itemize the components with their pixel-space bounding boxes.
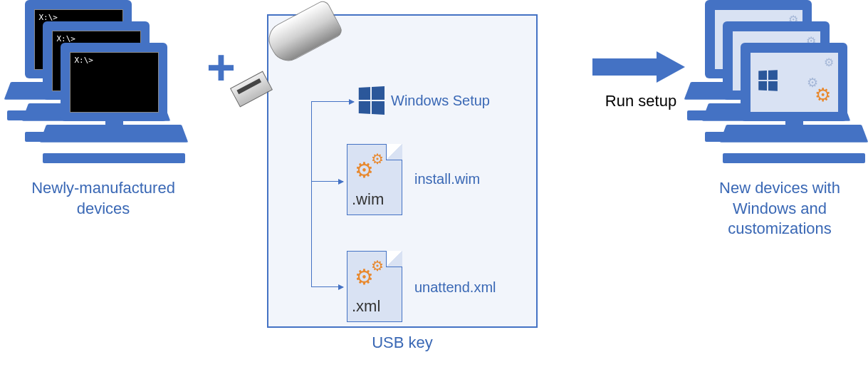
gear-icon: ⚙ [824, 56, 834, 69]
left-caption: Newly-manufactured devices [14, 178, 192, 219]
laptop-configured: ⚙ ⚙ ⚙ [723, 43, 865, 167]
arrow-icon [592, 51, 685, 83]
gear-icon: ⚙ [815, 84, 831, 106]
tree-arrow-icon [311, 286, 343, 287]
windows-setup-label: Windows Setup [391, 93, 490, 109]
windows-logo-icon [758, 70, 778, 91]
tree-arrow-icon [311, 181, 343, 182]
configured-screen: ⚙ ⚙ ⚙ [750, 52, 839, 113]
usb-caption: USB key [267, 334, 538, 352]
gear-icon: ⚙ [355, 264, 374, 289]
tree-arrow-icon [311, 101, 354, 102]
result-laptops: ⚙ ⚙ ⚙ ⚙ ⚙ ⚙ ⚙ ⚙ ⚙ [687, 0, 865, 178]
usb-drive-icon [240, 30, 361, 115]
unattend-xml-label: unattend.xml [414, 279, 496, 296]
xml-file-icon: ⚙ ⚙ .xml [347, 251, 402, 322]
run-setup-label: Run setup [598, 91, 684, 111]
gear-icon: ⚙ [355, 157, 374, 182]
windows-logo-icon [359, 86, 385, 115]
usb-container: Windows Setup ⚙ ⚙ .wim install.wim ⚙ ⚙ .… [267, 14, 538, 328]
install-wim-label: install.wim [414, 171, 480, 187]
source-laptops: X:\> X:\> X:\> [7, 0, 192, 178]
file-extension: .xml [352, 297, 380, 316]
file-extension: .wim [352, 190, 384, 209]
right-caption: New devices with Windows and customizati… [694, 178, 865, 239]
terminal-screen: X:\> [70, 52, 159, 113]
tree-connector [311, 101, 312, 286]
wim-file-icon: ⚙ ⚙ .wim [347, 144, 402, 215]
laptop-blank: X:\> [43, 43, 185, 167]
